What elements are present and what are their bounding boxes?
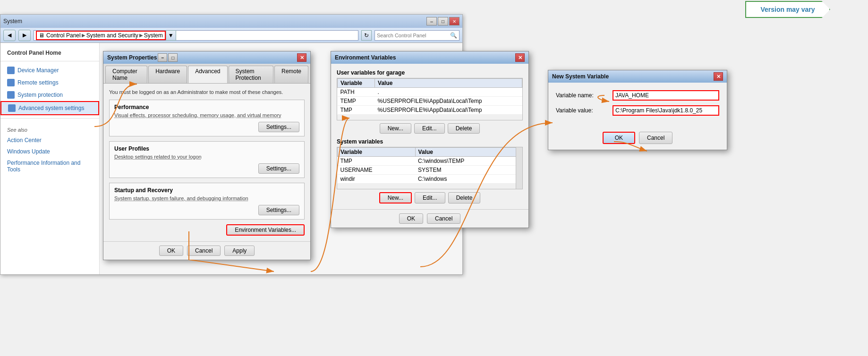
var-value-input[interactable] [613, 105, 719, 116]
breadcrumb-part-3[interactable]: System [144, 32, 163, 39]
tab-system-protection[interactable]: System Protection [229, 66, 273, 83]
system-protection-icon [7, 91, 15, 99]
sidebar-item-system-protection[interactable]: System protection [0, 89, 99, 101]
sidebar-item-action-center[interactable]: Action Center [0, 135, 99, 146]
tab-hardware[interactable]: Hardware [148, 66, 187, 83]
sys-props-maximize[interactable]: □ [168, 53, 178, 62]
performance-settings-button[interactable]: Settings... [258, 122, 299, 132]
sidebar-item-windows-update[interactable]: Windows Update [0, 146, 99, 157]
tab-computer-name[interactable]: Computer Name [105, 66, 147, 83]
advanced-settings-icon [8, 104, 16, 112]
var-name-cell: PATH [338, 88, 375, 97]
env-vars-body: User variables for garage Variable Value… [331, 64, 528, 209]
startup-recovery-section: Startup and Recovery System startup, sys… [109, 183, 305, 220]
breadcrumb[interactable]: 🖥 Control Panel ▶ System and Security ▶ … [36, 31, 166, 40]
sidebar-item-perf-info[interactable]: Performance Information and Tools [0, 157, 99, 175]
table-row[interactable]: windir C:\windows [338, 175, 522, 184]
var-value-label: Variable value: [556, 107, 608, 114]
sys-props-minimize[interactable]: – [158, 53, 167, 62]
sidebar-item-device-manager[interactable]: Device Manager [0, 64, 99, 76]
new-var-close[interactable]: ✕ [714, 72, 723, 81]
env-vars-footer: OK Cancel [331, 209, 528, 228]
sidebar-item-label: Device Manager [17, 67, 59, 74]
new-var-ok[interactable]: OK [603, 132, 635, 144]
search-bar[interactable]: 🔍 [374, 30, 460, 41]
table-row[interactable]: TMP C:\windows\TEMP [338, 157, 522, 166]
env-vars-ok[interactable]: OK [399, 213, 423, 224]
breadcrumb-part-1[interactable]: Control Panel [46, 32, 81, 39]
sidebar-item-remote-settings[interactable]: Remote settings [0, 76, 99, 89]
var-value-cell: . [375, 88, 522, 97]
user-vars-table-wrap: Variable Value PATH . TEMP %USERPROFILE%… [337, 78, 523, 120]
search-input[interactable] [377, 33, 450, 38]
address-bar[interactable]: 🖥 Control Panel ▶ System and Security ▶ … [34, 30, 358, 41]
remote-settings-icon [7, 79, 15, 86]
breadcrumb-part-2[interactable]: System and Security [86, 32, 138, 39]
new-var-body: Variable name: Variable value: [548, 83, 727, 128]
user-vars-col-variable: Variable [338, 79, 375, 88]
maximize-button[interactable]: □ [438, 17, 448, 25]
system-props-ok[interactable]: OK [159, 246, 183, 256]
sys-vars-new-button[interactable]: New... [379, 192, 412, 203]
explorer-title: System [3, 18, 22, 25]
forward-button[interactable]: ▶ [18, 30, 31, 41]
user-vars-new-button[interactable]: New... [380, 123, 411, 134]
var-name-row: Variable name: [556, 90, 719, 101]
system-props-apply[interactable]: Apply [224, 246, 255, 256]
environment-variables-button[interactable]: Environment Variables... [226, 224, 305, 236]
environment-variables-dialog: Environment Variables ✕ User variables f… [331, 51, 529, 228]
sidebar-item-label: System protection [17, 92, 63, 98]
new-var-title: New System Variable [552, 73, 609, 80]
sidebar-item-label: Remote settings [17, 79, 59, 86]
var-name-label: Variable name: [556, 92, 608, 99]
system-props-cancel[interactable]: Cancel [187, 246, 221, 256]
sys-vars-table: Variable Value TMP C:\windows\TEMP USERN… [337, 147, 522, 184]
env-vars-cancel[interactable]: Cancel [427, 213, 460, 224]
table-row[interactable]: USERNAME SYSTEM [338, 166, 522, 175]
user-vars-table: Variable Value PATH . TEMP %USERPROFILE%… [337, 78, 522, 115]
table-row[interactable]: PATH . [338, 88, 522, 97]
admin-note: You must be logged on as an Administrato… [109, 89, 305, 95]
new-var-cancel[interactable]: Cancel [639, 132, 672, 144]
titlebar-controls: – □ ✕ [426, 17, 460, 25]
var-name-input[interactable] [613, 90, 719, 101]
var-name-cell: TMP [338, 157, 416, 166]
breadcrumb-icon: 🖥 [39, 32, 44, 39]
breadcrumb-sep-2: ▶ [139, 33, 143, 38]
startup-title: Startup and Recovery [114, 187, 299, 194]
sys-vars-delete-button[interactable]: Delete [448, 192, 481, 203]
sidebar-item-label: Performance Information and Tools [7, 160, 93, 173]
startup-settings-button[interactable]: Settings... [258, 205, 299, 215]
user-profiles-settings-button[interactable]: Settings... [258, 163, 299, 174]
system-properties-dialog: System Properties – □ ✕ Computer Name Ha… [103, 51, 311, 260]
sys-vars-scrollbar[interactable] [516, 147, 522, 189]
sidebar-divider-2 [0, 118, 99, 119]
new-var-titlebar: New System Variable ✕ [548, 70, 727, 83]
table-row[interactable]: TEMP %USERPROFILE%\AppData\Local\Temp [338, 97, 522, 106]
address-dropdown[interactable]: ▼ [166, 30, 176, 41]
tab-advanced[interactable]: Advanced [188, 66, 227, 83]
sys-vars-edit-button[interactable]: Edit... [415, 192, 445, 203]
env-vars-close[interactable]: ✕ [515, 53, 525, 62]
system-props-title: System Properties [107, 54, 157, 61]
device-manager-icon [7, 67, 15, 74]
minimize-button[interactable]: – [426, 17, 437, 25]
sys-vars-title: System variables [337, 138, 523, 145]
sidebar-item-label: Windows Update [7, 148, 50, 155]
user-vars-delete-button[interactable]: Delete [448, 123, 480, 134]
sidebar-item-advanced-system-settings[interactable]: Advanced system settings [0, 101, 99, 115]
back-button[interactable]: ◀ [3, 30, 16, 41]
table-row[interactable]: TMP %USERPROFILE%\AppData\Local\Temp [338, 106, 522, 115]
close-button[interactable]: ✕ [449, 17, 460, 25]
refresh-button[interactable]: ↻ [361, 30, 372, 41]
sys-vars-col-variable: Variable [338, 148, 416, 157]
user-vars-edit-button[interactable]: Edit... [414, 123, 445, 134]
new-var-footer: OK Cancel [548, 128, 727, 150]
sidebar-item-label: Action Center [7, 137, 42, 144]
sys-props-close[interactable]: ✕ [297, 53, 306, 62]
see-also-label: See also [0, 121, 99, 135]
version-callout: Version may vary [745, 1, 830, 18]
tab-remote[interactable]: Remote [274, 66, 308, 83]
user-profiles-btn-row: Settings... [114, 163, 299, 174]
startup-btn-row: Settings... [114, 205, 299, 215]
